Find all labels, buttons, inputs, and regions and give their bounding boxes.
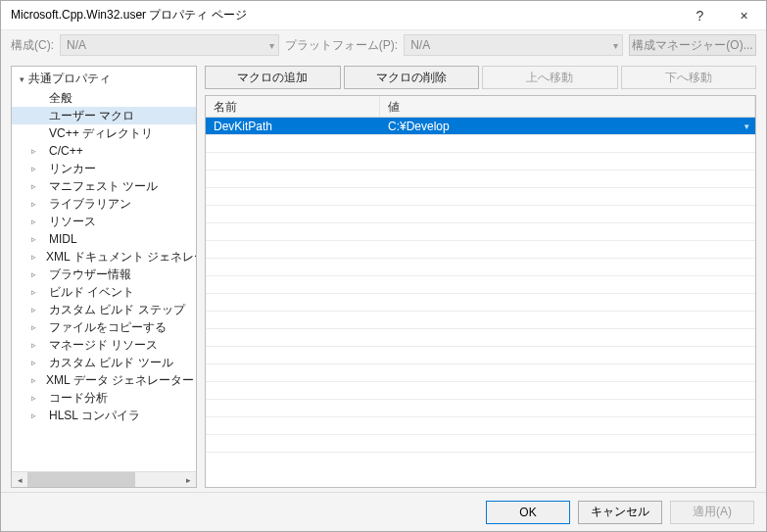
tree-item[interactable]: ▹XML データ ジェネレーター ツ... bbox=[12, 371, 196, 389]
col-name-header[interactable]: 名前 bbox=[206, 96, 380, 117]
table-row-empty[interactable] bbox=[206, 206, 755, 223]
tree-item[interactable]: ▹XML ドキュメント ジェネレーター bbox=[12, 248, 196, 266]
triangle-right-icon: ▹ bbox=[31, 181, 39, 191]
platform-value: N/A bbox=[410, 38, 430, 52]
chevron-down-icon: ▾ bbox=[269, 40, 274, 51]
tree-item[interactable]: ▹カスタム ビルド ツール bbox=[12, 354, 196, 371]
tree-item[interactable]: ▹ライブラリアン bbox=[12, 195, 196, 213]
property-page-dialog: Microsoft.Cpp.Win32.user プロパティ ページ ? × 構… bbox=[0, 0, 767, 532]
apply-button[interactable]: 適用(A) bbox=[670, 501, 754, 524]
tree-hscrollbar[interactable]: ◂ ▸ bbox=[12, 471, 196, 487]
property-tree[interactable]: ▾ 共通プロパティ ▹全般▹ユーザー マクロ▹VC++ ディレクトリ▹C/C++… bbox=[12, 67, 196, 471]
tree-item[interactable]: ▹ユーザー マクロ bbox=[12, 107, 196, 124]
macro-grid: 名前 値 DevKitPathC:¥Develop▾ bbox=[205, 95, 756, 488]
table-row-empty[interactable] bbox=[206, 312, 755, 329]
scroll-left-icon[interactable]: ◂ bbox=[12, 472, 27, 487]
tree-item-label: リンカー bbox=[49, 161, 96, 177]
triangle-right-icon: ▹ bbox=[31, 217, 39, 226]
ok-button[interactable]: OK bbox=[486, 501, 570, 524]
move-up-button[interactable]: 上へ移動 bbox=[482, 66, 618, 89]
chevron-down-icon: ▾ bbox=[744, 121, 749, 131]
triangle-right-icon: ▹ bbox=[31, 146, 39, 156]
tree-item[interactable]: ▹ファイルをコピーする bbox=[12, 318, 196, 336]
configuration-value: N/A bbox=[67, 38, 86, 52]
triangle-right-icon: ▹ bbox=[31, 252, 36, 262]
platform-combo[interactable]: N/A ▾ bbox=[404, 34, 623, 56]
tree-item-label: XML データ ジェネレーター ツ... bbox=[46, 372, 196, 389]
triangle-right-icon: ▹ bbox=[31, 164, 39, 173]
tree-item-label: ビルド イベント bbox=[49, 284, 134, 301]
platform-label: プラットフォーム(P): bbox=[285, 37, 398, 54]
table-row-empty[interactable] bbox=[206, 276, 755, 294]
table-row-empty[interactable] bbox=[206, 294, 755, 312]
table-row-empty[interactable] bbox=[206, 153, 755, 170]
tree-item[interactable]: ▹ブラウザー情報 bbox=[12, 266, 196, 283]
tree-item[interactable]: ▹マネージド リソース bbox=[12, 336, 196, 354]
table-row-empty[interactable] bbox=[206, 259, 755, 276]
tree-item[interactable]: ▹コード分析 bbox=[12, 389, 196, 407]
table-row-empty[interactable] bbox=[206, 435, 755, 453]
titlebar: Microsoft.Cpp.Win32.user プロパティ ページ ? × bbox=[1, 1, 766, 30]
table-row-empty[interactable] bbox=[206, 241, 755, 259]
triangle-right-icon: ▹ bbox=[31, 411, 39, 420]
chevron-down-icon: ▾ bbox=[613, 40, 618, 51]
cell-value: C:¥Develop▾ bbox=[380, 120, 755, 133]
tree-item[interactable]: ▹リンカー bbox=[12, 160, 196, 177]
tree-item[interactable]: ▹マニフェスト ツール bbox=[12, 177, 196, 195]
tree-item[interactable]: ▹MIDL bbox=[12, 230, 196, 248]
tree-item[interactable]: ▹VC++ ディレクトリ bbox=[12, 124, 196, 142]
triangle-right-icon: ▹ bbox=[31, 287, 39, 297]
tree-item[interactable]: ▹ビルド イベント bbox=[12, 283, 196, 301]
tree-item-label: リソース bbox=[49, 214, 96, 230]
delete-macro-button[interactable]: マクロの削除 bbox=[344, 66, 480, 89]
table-row-empty[interactable] bbox=[206, 417, 755, 435]
tree-item-label: ユーザー マクロ bbox=[49, 108, 134, 124]
tree-item-label: VC++ ディレクトリ bbox=[49, 125, 153, 142]
tree-item[interactable]: ▹C/C++ bbox=[12, 142, 196, 160]
move-down-button[interactable]: 下へ移動 bbox=[621, 66, 757, 89]
configuration-combo[interactable]: N/A ▾ bbox=[60, 34, 279, 56]
tree-item[interactable]: ▹HLSL コンパイラ bbox=[12, 407, 196, 424]
triangle-right-icon: ▹ bbox=[31, 269, 39, 279]
tree-item-label: XML ドキュメント ジェネレーター bbox=[46, 249, 196, 266]
cell-name: DevKitPath bbox=[206, 120, 380, 133]
col-value-header[interactable]: 値 bbox=[380, 96, 755, 117]
tree-root[interactable]: ▾ 共通プロパティ bbox=[12, 69, 196, 89]
tree-item[interactable]: ▹リソース bbox=[12, 213, 196, 230]
table-row-empty[interactable] bbox=[206, 382, 755, 400]
scroll-thumb[interactable] bbox=[27, 472, 135, 487]
tree-item-label: ライブラリアン bbox=[49, 196, 131, 213]
table-row-empty[interactable] bbox=[206, 329, 755, 347]
table-row-empty[interactable] bbox=[206, 347, 755, 364]
table-row-empty[interactable] bbox=[206, 188, 755, 206]
table-row-empty[interactable] bbox=[206, 400, 755, 417]
tree-item[interactable]: ▹カスタム ビルド ステップ bbox=[12, 301, 196, 318]
scroll-right-icon[interactable]: ▸ bbox=[180, 472, 196, 487]
dialog-title: Microsoft.Cpp.Win32.user プロパティ ページ bbox=[11, 7, 678, 24]
dialog-footer: OK キャンセル 適用(A) bbox=[1, 492, 766, 531]
table-row-empty[interactable] bbox=[206, 135, 755, 153]
cancel-button[interactable]: キャンセル bbox=[578, 501, 662, 524]
table-row-empty[interactable] bbox=[206, 364, 755, 382]
table-row-empty[interactable] bbox=[206, 170, 755, 188]
configuration-manager-button[interactable]: 構成マネージャー(O)... bbox=[629, 34, 756, 56]
macro-button-row: マクロの追加 マクロの削除 上へ移動 下へ移動 bbox=[205, 66, 756, 95]
triangle-right-icon: ▹ bbox=[31, 340, 39, 350]
help-button[interactable]: ? bbox=[678, 1, 722, 30]
close-button[interactable]: × bbox=[722, 1, 766, 30]
tree-item-label: 全般 bbox=[49, 90, 72, 107]
add-macro-button[interactable]: マクロの追加 bbox=[205, 66, 341, 89]
table-row[interactable]: DevKitPathC:¥Develop▾ bbox=[206, 118, 755, 135]
triangle-right-icon: ▹ bbox=[31, 358, 39, 367]
triangle-down-icon: ▾ bbox=[20, 74, 24, 84]
tree-item-label: カスタム ビルド ツール bbox=[49, 355, 173, 371]
tree-item-label: C/C++ bbox=[49, 144, 83, 158]
tree-item-label: コード分析 bbox=[49, 390, 108, 407]
config-row: 構成(C): N/A ▾ プラットフォーム(P): N/A ▾ 構成マネージャー… bbox=[1, 30, 766, 60]
triangle-right-icon: ▹ bbox=[31, 375, 36, 385]
table-row-empty[interactable] bbox=[206, 223, 755, 241]
grid-rows: DevKitPathC:¥Develop▾ bbox=[206, 118, 755, 487]
tree-item[interactable]: ▹全般 bbox=[12, 89, 196, 107]
triangle-right-icon: ▹ bbox=[31, 199, 39, 209]
scroll-track[interactable] bbox=[27, 472, 180, 487]
